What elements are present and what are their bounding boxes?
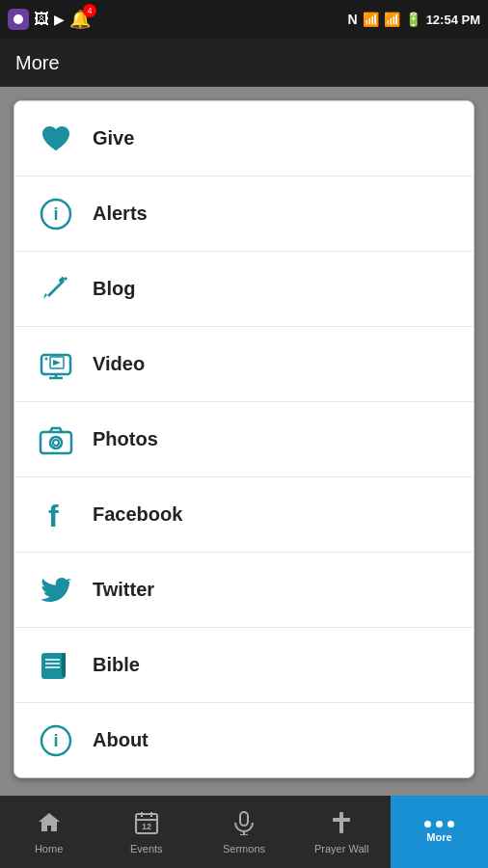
about-label: About	[93, 729, 149, 751]
app-bar: More	[0, 39, 488, 87]
battery-icon: 🔋	[405, 12, 421, 27]
menu-item-alerts[interactable]: i Alerts	[14, 176, 474, 252]
more-nav-label: More	[426, 831, 451, 843]
svg-text:12: 12	[142, 822, 151, 831]
svg-point-10	[50, 437, 62, 448]
svg-point-0	[14, 14, 23, 24]
video-label: Video	[93, 353, 145, 375]
tv-icon	[34, 342, 77, 386]
blog-label: Blog	[93, 278, 135, 300]
nav-item-sermons[interactable]: Sermons	[195, 796, 292, 868]
twitter-label: Twitter	[93, 579, 154, 601]
facebook-icon: f	[34, 493, 77, 536]
notification-icon: 🔔 4	[69, 9, 91, 30]
camera-icon	[34, 418, 77, 461]
status-right-icons: N 📶 📶 🔋 12:54 PM	[348, 12, 481, 27]
bible-icon	[34, 643, 77, 687]
home-nav-label: Home	[35, 843, 63, 854]
calendar-icon: 12	[134, 810, 159, 839]
twitter-icon	[34, 568, 77, 611]
nav-item-home[interactable]: Home	[0, 796, 97, 868]
svg-rect-28	[333, 818, 350, 822]
nav-item-prayer-wall[interactable]: Prayer Wall	[293, 796, 391, 868]
menu-item-video[interactable]: Video	[14, 327, 474, 402]
alerts-label: Alerts	[93, 203, 148, 225]
facebook-label: Facebook	[93, 503, 182, 526]
photo-icon: 🖼	[34, 11, 49, 28]
signal-icon: 📶	[384, 12, 400, 27]
time-display: 12:54 PM	[426, 13, 480, 27]
more-dots-icon	[424, 821, 454, 827]
wifi-icon: 📶	[363, 12, 379, 27]
page-title: More	[15, 52, 60, 74]
menu-item-facebook[interactable]: f Facebook	[14, 477, 474, 553]
menu-item-give[interactable]: Give	[14, 101, 474, 176]
menu-item-blog[interactable]: Blog	[14, 252, 474, 327]
nfc-icon: N	[348, 12, 358, 27]
app-icon	[8, 9, 29, 30]
photos-label: Photos	[93, 428, 158, 450]
sermons-nav-label: Sermons	[223, 843, 265, 854]
svg-text:i: i	[53, 731, 58, 750]
menu-item-photos[interactable]: Photos	[14, 402, 474, 477]
prayer-wall-nav-label: Prayer Wall	[314, 843, 368, 854]
menu-item-about[interactable]: i About	[14, 703, 474, 777]
home-icon	[37, 810, 62, 839]
nav-item-events[interactable]: 12 Events	[97, 796, 195, 868]
nav-item-more[interactable]: More	[391, 796, 488, 868]
svg-text:i: i	[53, 204, 58, 224]
status-left-icons: 🖼 ▶ 🔔 4	[8, 9, 91, 30]
menu-item-twitter[interactable]: Twitter	[14, 553, 474, 628]
bottom-nav: Home 12 Events Sermons	[0, 796, 488, 868]
bible-label: Bible	[93, 654, 140, 676]
main-content: Give i Alerts Blog	[0, 87, 488, 796]
status-bar: 🖼 ▶ 🔔 4 N 📶 📶 🔋 12:54 PM	[0, 0, 488, 39]
svg-rect-24	[240, 812, 248, 826]
pencil-icon	[34, 267, 77, 311]
svg-rect-13	[62, 653, 66, 676]
give-label: Give	[93, 127, 134, 149]
svg-point-11	[53, 440, 59, 446]
svg-rect-27	[339, 812, 343, 833]
mic-icon	[231, 810, 257, 839]
about-icon: i	[34, 719, 77, 762]
info-icon: i	[34, 192, 77, 235]
svg-rect-9	[41, 432, 71, 453]
cross-icon	[329, 810, 354, 839]
svg-text:f: f	[48, 499, 59, 532]
menu-card: Give i Alerts Blog	[14, 100, 474, 778]
menu-item-bible[interactable]: Bible	[14, 628, 474, 703]
svg-point-7	[44, 357, 47, 360]
heart-icon	[34, 117, 77, 160]
notification-badge: 4	[83, 4, 96, 17]
play-icon: ▶	[54, 12, 65, 27]
events-nav-label: Events	[130, 843, 163, 854]
